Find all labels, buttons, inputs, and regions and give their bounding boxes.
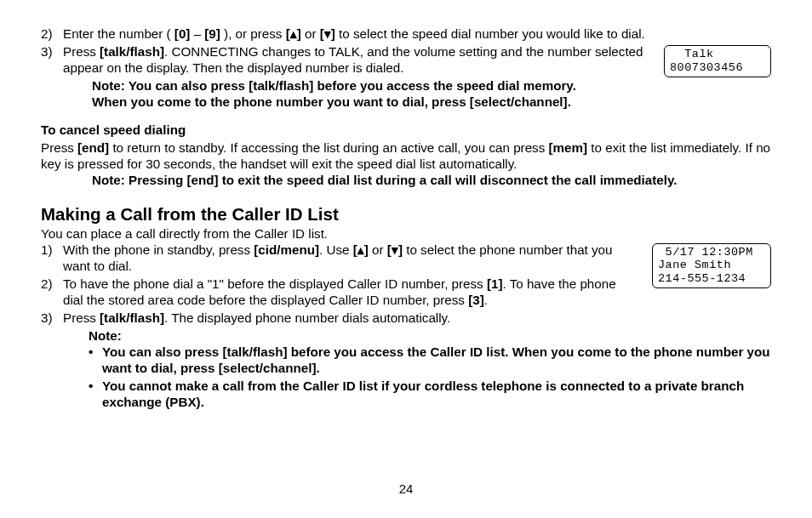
t: or — [301, 26, 320, 41]
cancel-heading: To cancel speed dialing — [41, 122, 771, 138]
key-down: [▾] — [320, 26, 335, 41]
bullet-2: • You cannot make a call from the Caller… — [89, 378, 771, 410]
cid-step-1-body: With the phone in standby, press [cid/me… — [63, 242, 642, 274]
t: To have the phone dial a "1" before the … — [63, 276, 487, 291]
display2-line1: 5/17 12:30PM — [658, 246, 753, 259]
cid-step-3: 3) Press [talk/flash]. The displayed pho… — [41, 310, 771, 326]
t: . The displayed phone number dials autom… — [164, 310, 450, 325]
t: . — [484, 293, 488, 307]
t: ), or press — [220, 26, 286, 41]
display-caller-id: 5/17 12:30PM Jane Smith 214-555-1234 — [652, 243, 771, 289]
key-1: [1] — [487, 276, 503, 291]
cid-step-3-body: Press [talk/flash]. The displayed phone … — [63, 310, 771, 326]
display2-line3: 214-555-1234 — [658, 272, 746, 285]
display-talk: Talk 8007303456 — [664, 45, 771, 77]
key-up: [▴] — [286, 26, 301, 41]
bullet-2-text: You cannot make a call from the Caller I… — [102, 378, 771, 410]
note-cancel: Note: Pressing [end] to exit the speed d… — [92, 172, 771, 188]
key-up: [▴] — [353, 242, 369, 257]
display2-line2: Jane Smith — [658, 259, 731, 271]
key-talk-flash: [talk/flash] — [100, 310, 164, 325]
t: Press — [41, 140, 77, 155]
note-label: Note: — [89, 327, 771, 344]
display-line1: Talk — [670, 48, 714, 60]
step-2-body: Enter the number ( [0] – [9] ), or press… — [63, 26, 771, 42]
t: Press — [63, 44, 100, 59]
step-2-num: 2) — [41, 26, 63, 42]
key-9: [9] — [204, 26, 220, 41]
note-speed-dial-a: Note: You can also press [talk/flash] be… — [92, 77, 771, 94]
t: With the phone in standby, press — [63, 242, 254, 257]
bullet-icon: • — [89, 344, 102, 376]
key-mem: [mem] — [549, 140, 588, 155]
cid-step-2: 2) To have the phone dial a "1" before t… — [41, 276, 642, 308]
note-speed-dial-b: When you come to the phone number you wa… — [92, 94, 771, 110]
step-3-num: 3) — [41, 43, 63, 76]
key-cid-menu: [cid/menu] — [254, 242, 319, 257]
key-3: [3] — [468, 293, 484, 307]
cid-step-3-num: 3) — [41, 310, 63, 326]
t: or — [369, 242, 387, 257]
cid-step-1: 1) With the phone in standby, press [cid… — [41, 242, 642, 274]
cid-step-1-num: 1) — [41, 242, 63, 274]
t: Press — [63, 310, 100, 325]
cid-step-2-body: To have the phone dial a "1" before the … — [63, 276, 642, 308]
bullet-1-text: You can also press [talk/flash] before y… — [102, 344, 771, 376]
display-line2: 8007303456 — [670, 61, 743, 74]
cid-step-2-num: 2) — [41, 276, 63, 308]
note-bullets: • You can also press [talk/flash] before… — [89, 344, 771, 410]
step-3: 3) Press [talk/flash]. CONNECTING change… — [41, 43, 654, 76]
t: . Use — [319, 242, 353, 257]
t: – — [190, 26, 204, 41]
t: to return to standby. If accessing the l… — [109, 140, 548, 155]
t: to select the speed dial number you woul… — [335, 26, 645, 41]
heading-caller-id: Making a Call from the Caller ID List — [41, 203, 771, 225]
step-2: 2) Enter the number ( [0] – [9] ), or pr… — [41, 26, 771, 42]
key-talk-flash: [talk/flash] — [100, 44, 164, 59]
key-down: [▾] — [387, 242, 403, 257]
page-number: 24 — [0, 481, 812, 496]
t: Enter the number ( — [63, 26, 174, 41]
caller-id-intro: You can place a call directly from the C… — [41, 225, 771, 242]
bullet-1: • You can also press [talk/flash] before… — [89, 344, 771, 376]
cancel-body: Press [end] to return to standby. If acc… — [41, 139, 771, 172]
key-end: [end] — [77, 140, 109, 155]
step-3-body: Press [talk/flash]. CONNECTING changes t… — [63, 43, 654, 76]
bullet-icon: • — [89, 378, 102, 410]
key-0: [0] — [174, 26, 191, 41]
